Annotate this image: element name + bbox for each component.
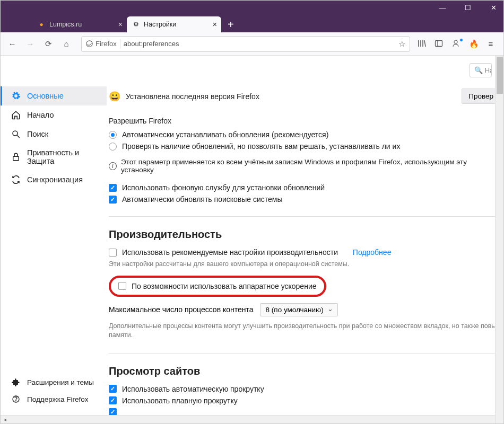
checkbox-autoscroll[interactable]: Использовать автоматическую прокрутку xyxy=(109,385,500,393)
perf-note-2: Дополнительные процессы контента могут у… xyxy=(109,322,500,340)
toolbar-buttons: 🔥 ≡ xyxy=(418,39,499,49)
svg-line-5 xyxy=(17,135,20,138)
sidebar-toggle-icon[interactable] xyxy=(435,39,445,49)
divider xyxy=(109,216,500,217)
home-button[interactable]: ⌂ xyxy=(59,37,74,51)
divider xyxy=(109,353,500,354)
reload-button[interactable]: ⟳ xyxy=(41,37,56,51)
search-icon xyxy=(11,129,21,139)
tab-close-icon[interactable]: × xyxy=(118,20,123,29)
tab-strip: ● Lumpics.ru × ⚙ Настройки × + xyxy=(1,14,503,32)
nav-toolbar: ← → ⟳ ⌂ Firefox about:preferences ☆ 🔥 ≡ xyxy=(1,32,503,56)
firefox-icon xyxy=(86,40,93,47)
tab-settings[interactable]: ⚙ Настройки × xyxy=(127,16,221,32)
url-text: about:preferences xyxy=(124,40,395,48)
checkbox-icon xyxy=(109,385,117,393)
sidebar-item-support[interactable]: Поддержка Firefox xyxy=(1,391,107,408)
allow-firefox-label: Разрешить Firefox xyxy=(109,117,500,125)
horizontal-scrollbar[interactable]: ◂ xyxy=(1,415,495,423)
tab-lumpics[interactable]: ● Lumpics.ru × xyxy=(32,16,127,32)
content-process-select[interactable]: 8 (по умолчанию) xyxy=(260,303,338,316)
checkbox-icon xyxy=(118,282,126,290)
checkbox-smooth-scroll[interactable]: Использовать плавную прокрутку xyxy=(109,396,500,405)
window-minimize[interactable]: — xyxy=(435,4,450,12)
radio-label: Проверять наличие обновлений, но позволя… xyxy=(122,142,400,151)
info-text: Этот параметр применяется ко всем учётны… xyxy=(121,158,500,174)
menu-icon[interactable]: ≡ xyxy=(485,39,496,49)
radio-icon xyxy=(109,131,117,139)
window-maximize[interactable]: ☐ xyxy=(460,4,476,12)
settings-sidebar: Основные Начало Поиск Приватность и Защи… xyxy=(1,56,107,423)
radio-icon xyxy=(109,143,117,151)
window-close[interactable]: ✕ xyxy=(485,4,501,12)
identity-box[interactable]: Firefox xyxy=(86,40,117,48)
settings-main: 🔍 Най 😀 Установлена последняя версия Fir… xyxy=(107,56,503,423)
sidebar-item-addons[interactable]: Расширения и темы xyxy=(1,374,107,391)
radio-auto-install[interactable]: Автоматически устанавливать обновления (… xyxy=(109,130,500,139)
gear-icon xyxy=(11,91,21,101)
checkbox-icon xyxy=(109,196,117,204)
fire-icon[interactable]: 🔥 xyxy=(468,39,479,49)
learn-more-link[interactable]: Подробнее xyxy=(353,248,392,257)
info-note: i Этот параметр применяется ко всем учёт… xyxy=(109,158,500,174)
settings-search-input[interactable]: 🔍 Най xyxy=(470,63,492,77)
performance-heading: Производительность xyxy=(109,228,500,241)
checkbox-label: Автоматически обновлять поисковые систем… xyxy=(122,195,283,204)
sidebar-label: Поддержка Firefox xyxy=(27,395,88,403)
sidebar-label: Основные xyxy=(27,92,64,100)
sidebar-item-privacy[interactable]: Приватность и Защита xyxy=(1,144,107,170)
sidebar-item-home[interactable]: Начало xyxy=(1,105,107,125)
svg-rect-1 xyxy=(436,40,442,46)
content-process-label: Максимальное число процессов контента xyxy=(109,305,254,314)
lock-icon xyxy=(11,152,21,162)
version-status-text: Установлена последняя версия Firefox xyxy=(126,92,456,101)
checkbox-recommended-perf[interactable]: Использовать рекомендуемые настройки про… xyxy=(109,248,500,257)
checkbox-bg-service[interactable]: Использовать фоновую службу для установк… xyxy=(109,183,500,192)
radio-label: Автоматически устанавливать обновления (… xyxy=(122,130,328,139)
checkbox-label: Использовать автоматическую прокрутку xyxy=(122,385,264,393)
sidebar-item-search[interactable]: Поиск xyxy=(1,125,107,144)
bookmark-star-icon[interactable]: ☆ xyxy=(398,39,405,49)
sidebar-label: Начало xyxy=(27,111,54,119)
tab-label: Lumpics.ru xyxy=(49,21,82,28)
sidebar-label: Расширения и темы xyxy=(27,378,94,386)
gear-icon: ⚙ xyxy=(132,21,140,28)
smiley-icon: 😀 xyxy=(109,91,120,102)
tab-close-icon[interactable]: × xyxy=(213,20,217,29)
checkbox-icon xyxy=(109,396,117,404)
checkbox-label: Использовать плавную прокрутку xyxy=(122,396,238,405)
sidebar-label: Поиск xyxy=(27,130,48,138)
sidebar-item-sync[interactable]: Синхронизация xyxy=(1,170,107,189)
checkbox-label: По возможности использовать аппаратное у… xyxy=(132,282,317,290)
perf-note-1: Эти настройки рассчитаны для вашего комп… xyxy=(109,260,500,269)
url-bar[interactable]: Firefox about:preferences ☆ xyxy=(81,36,410,52)
help-icon xyxy=(11,394,21,404)
checkbox-hw-accel[interactable]: По возможности использовать аппаратное у… xyxy=(118,282,317,290)
profile-icon[interactable] xyxy=(451,39,462,49)
tab-label: Настройки xyxy=(144,21,176,28)
sync-icon xyxy=(11,175,21,184)
puzzle-icon xyxy=(11,377,21,387)
new-tab-button[interactable]: + xyxy=(221,16,240,32)
checkbox-icon xyxy=(109,184,117,192)
svg-point-8 xyxy=(15,401,16,401)
window-titlebar: — ☐ ✕ xyxy=(1,1,503,14)
scrollbar-thumb[interactable] xyxy=(497,57,503,94)
forward-button[interactable]: → xyxy=(23,37,38,51)
favicon-lumpics: ● xyxy=(38,21,45,28)
checkbox-auto-search-engines[interactable]: Автоматически обновлять поисковые систем… xyxy=(109,195,500,204)
info-icon: i xyxy=(109,162,117,170)
library-icon[interactable] xyxy=(418,39,428,49)
svg-point-4 xyxy=(13,131,18,136)
svg-point-3 xyxy=(454,40,457,43)
sidebar-item-general[interactable]: Основные xyxy=(1,86,107,105)
sidebar-label: Синхронизация xyxy=(27,175,83,184)
scroll-left-icon[interactable]: ◂ xyxy=(1,417,9,422)
home-icon xyxy=(11,110,21,120)
back-button[interactable]: ← xyxy=(5,37,20,51)
checkbox-label: Использовать рекомендуемые настройки про… xyxy=(122,248,338,257)
vertical-scrollbar[interactable] xyxy=(495,56,503,423)
browsing-heading: Просмотр сайтов xyxy=(109,365,500,377)
checkbox-icon xyxy=(109,249,117,257)
radio-check-only[interactable]: Проверять наличие обновлений, но позволя… xyxy=(109,142,500,151)
